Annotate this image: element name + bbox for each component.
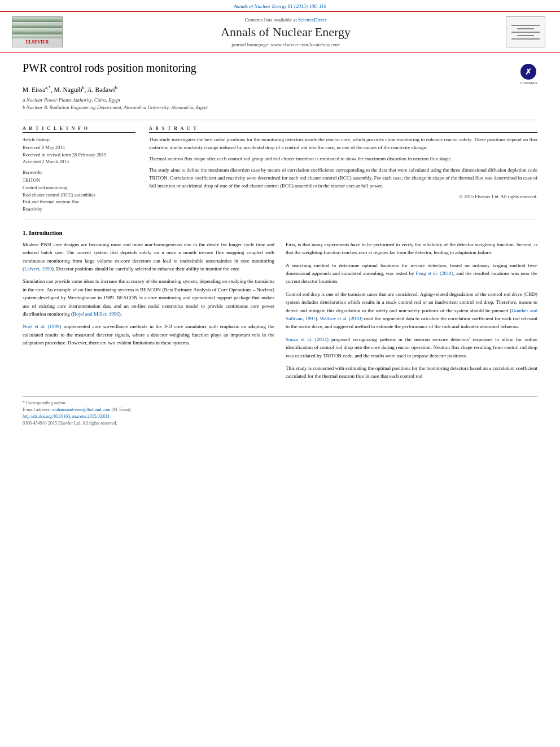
abstract-p3: The study aims to define the maximum dis… [149,167,537,190]
intro-rp1: First, is that many experiments have to … [286,241,537,257]
kw1: TRITON [23,177,135,184]
publisher-logo-area: ELSEVIER [9,16,65,47]
doi-line: http://dx.doi.org/10.1016/j.anucene.2015… [23,414,537,419]
copyright-line: © 2015 Elsevier Ltd. All rights reserved… [149,193,537,200]
footer-notes: * Corresponding author. E-mail address: … [23,396,537,426]
divider-1 [23,120,537,120]
abstract-content: This study investigates the best radial … [149,136,537,201]
intro-col-left: Modern PWR core designs are becoming mor… [23,241,274,385]
ref-boyd[interactable]: Boyd and Miller, 1996 [73,311,119,317]
affiliation-b: b Nuclear & Radiation Engineering Depart… [23,104,537,112]
authors-line: M. Eissaa,*, M. Naguibb, A. Badawib [23,85,537,93]
contents-line: Contents lists available at ScienceDirec… [75,17,497,23]
ref-noel[interactable]: Noël et al. (1999) [23,324,62,329]
introduction-section: 1. Introduction Modern PWR core designs … [23,229,537,385]
email-link[interactable]: muhammad-eissa@hotmail.com [52,407,111,412]
kw4: Fast and thermal neutron flux [23,198,135,206]
journal-name: Annals of Nuclear Energy [75,25,497,40]
intro-rp5: This study is concerned with estimating … [286,364,537,381]
journal-homepage: journal homepage: www.elsevier.com/locat… [75,42,497,47]
introduction-heading: 1. Introduction [23,229,537,236]
crossmark-label: CrossMark [520,81,537,85]
issn-line: 0306-4549/© 2015 Elsevier Ltd. All right… [23,421,537,426]
author1-sup: a,* [45,85,51,90]
abstract-p1: This study investigates the best radial … [149,136,537,152]
article-info-label: A R T I C L E I N F O [23,126,135,133]
article-info: A R T I C L E I N F O Article history: R… [23,126,135,213]
intro-p1: Modern PWR core designs are becoming mor… [23,241,274,273]
article-meta-row: A R T I C L E I N F O Article history: R… [23,126,537,213]
affiliations: a Nuclear Power Plants Authority, Cairo,… [23,97,537,112]
keywords-label: Keywords: [23,170,135,175]
citation-text: Annals of Nuclear Energy 81 (2015) 106–1… [234,3,326,9]
intro-rp2: A searching method to determine optimal … [286,261,537,286]
author3-sup: b [115,85,117,90]
intro-right-text: First, is that many experiments have to … [286,241,537,381]
kw3: Rod cluster control (RCC) assemblies [23,191,135,199]
thumb-line-3 [511,32,540,33]
journal-header: ELSEVIER Contents lists available at Sci… [0,11,560,53]
ref-peng[interactable]: Peng et al. (2014) [416,270,453,276]
ref-lefvert[interactable]: Lefvert, 1999 [24,266,52,272]
doi-link[interactable]: http://dx.doi.org/10.1016/j.anucene.2015… [23,414,110,419]
history-label: Article history: [23,137,135,142]
citation-bar: Annals of Nuclear Energy 81 (2015) 106–1… [0,0,560,11]
kw5: Reactivity [23,206,135,213]
article-title: PWR control rods position monitoring [23,62,196,75]
intro-col-right: First, is that many experiments have to … [286,241,537,385]
thumb-line-1 [511,25,540,26]
accepted-date: Accepted 2 March 2015 [23,158,135,165]
intro-rp4: Souza et al. (2014) proposed recognizing… [286,335,537,360]
divider-2 [23,220,537,220]
author2-sup: b [82,85,84,90]
crossmark-icon: ✗ [520,64,536,80]
sciencedirect-link[interactable]: ScienceDirect [298,17,326,23]
author1-name: M. Eissa [23,86,45,93]
journal-title-area: Contents lists available at ScienceDirec… [75,17,497,47]
received-revised: Received in revised form 28 February 201… [23,151,135,159]
email-note: E-mail address: muhammad-eissa@hotmail.c… [23,407,537,412]
affiliation-a: a Nuclear Power Plants Authority, Cairo,… [23,97,537,104]
thumb-line-5 [511,38,540,40]
ref-wallace[interactable]: Wallace et al. (2010) [320,316,363,321]
title-area: PWR control rods position monitoring ✗ C… [23,62,537,85]
thumb-line-4 [517,35,534,36]
ref-souza[interactable]: Souza et al. (2014) [286,337,329,342]
main-content: PWR control rods position monitoring ✗ C… [0,53,560,435]
abstract-p2: Thermal neutron flux shape after each co… [149,155,537,163]
header-thumbnail [506,16,551,47]
abstract-label: A B S T R A C T [149,126,537,133]
elsevier-logo: ELSEVIER [12,16,63,47]
intro-left-text: Modern PWR core designs are becoming mor… [23,241,274,347]
abstract-section: A B S T R A C T This study investigates … [149,126,537,213]
introduction-columns: Modern PWR core designs are becoming mor… [23,241,537,385]
kw2: Control rod monitoring [23,184,135,191]
intro-rp3: Control rod drop is one of the transient… [286,290,537,331]
corresponding-note: * Corresponding author. [23,400,537,405]
title-row: PWR control rods position monitoring ✗ C… [23,62,537,85]
thumb-line-2 [517,28,534,29]
intro-p2: Simulation can provide some ideas to inc… [23,277,274,318]
intro-p3: Noël et al. (1999) implemented core surv… [23,322,274,347]
author3-name: A. Badawi [88,86,115,93]
received-1: Received 8 May 2014 [23,144,135,151]
author2-name: M. Naguib [54,86,82,93]
thumbnail-box [506,16,545,47]
crossmark-badge[interactable]: ✗ CrossMark [520,64,537,85]
